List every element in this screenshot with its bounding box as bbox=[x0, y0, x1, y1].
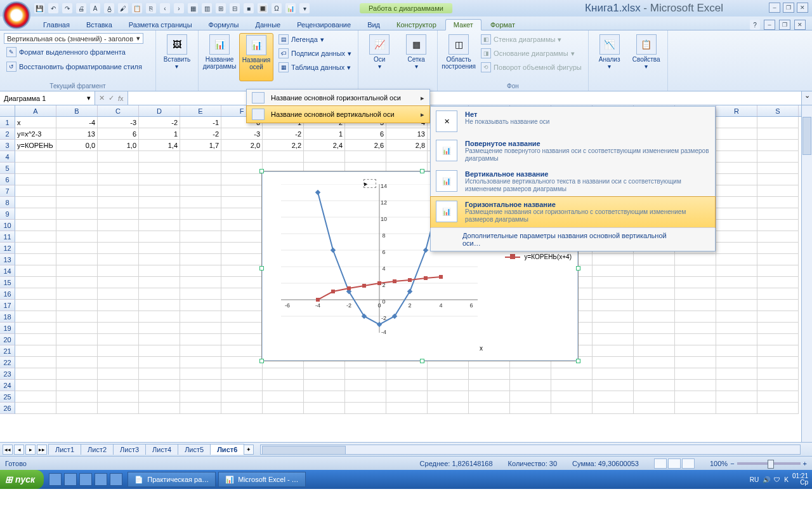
tab-review[interactable]: Рецензирование bbox=[289, 20, 358, 30]
row-header[interactable]: 7 bbox=[0, 185, 15, 197]
row-header[interactable]: 20 bbox=[0, 334, 15, 345]
cell[interactable] bbox=[716, 391, 757, 403]
close-button[interactable]: ✕ bbox=[797, 3, 808, 13]
row-header[interactable]: 17 bbox=[0, 300, 15, 311]
cell[interactable] bbox=[757, 163, 799, 174]
cell[interactable] bbox=[98, 311, 139, 323]
cell[interactable] bbox=[56, 380, 98, 391]
cell[interactable] bbox=[15, 300, 56, 311]
vertical-scrollbar[interactable] bbox=[801, 105, 812, 442]
cell[interactable] bbox=[98, 345, 139, 357]
cell[interactable] bbox=[15, 208, 56, 220]
cell[interactable] bbox=[428, 368, 469, 380]
cell[interactable] bbox=[716, 403, 757, 414]
cell[interactable] bbox=[386, 391, 428, 403]
cell[interactable]: 2,0 bbox=[221, 140, 263, 151]
cell[interactable] bbox=[428, 380, 469, 391]
cell[interactable]: 6 bbox=[98, 128, 139, 140]
column-header[interactable]: E bbox=[180, 105, 221, 116]
cell[interactable] bbox=[304, 151, 345, 163]
tab-home[interactable]: Главная bbox=[36, 20, 77, 30]
cell[interactable] bbox=[263, 391, 304, 403]
tab-page-layout[interactable]: Разметка страницы bbox=[121, 20, 200, 30]
cell[interactable] bbox=[675, 288, 716, 300]
undo-icon[interactable]: ↶ bbox=[48, 3, 58, 13]
cell[interactable] bbox=[675, 334, 716, 345]
cell[interactable] bbox=[56, 311, 98, 323]
cell[interactable]: 2,8 bbox=[386, 140, 428, 151]
column-header[interactable]: D bbox=[139, 105, 180, 116]
row-header[interactable]: 22 bbox=[0, 357, 15, 368]
submenu-more-options[interactable]: Дополнительные параметры названия основн… bbox=[431, 227, 715, 251]
cell[interactable] bbox=[634, 288, 675, 300]
zoom-level[interactable]: 100% bbox=[710, 460, 728, 467]
fx-icon[interactable]: fx bbox=[118, 95, 124, 102]
cell[interactable] bbox=[675, 277, 716, 288]
cell[interactable] bbox=[634, 311, 675, 323]
cell[interactable] bbox=[675, 300, 716, 311]
cell[interactable] bbox=[716, 243, 757, 254]
cell[interactable] bbox=[98, 231, 139, 243]
cell[interactable] bbox=[56, 277, 98, 288]
zoom-out[interactable]: − bbox=[730, 460, 734, 467]
cell[interactable] bbox=[634, 265, 675, 277]
zoom-in[interactable]: + bbox=[803, 460, 807, 467]
column-header[interactable]: B bbox=[56, 105, 98, 116]
data-table-button[interactable]: ▦Таблица данных ▾ bbox=[276, 61, 354, 74]
cell[interactable]: y=x^2-3 bbox=[15, 128, 56, 140]
cell[interactable] bbox=[15, 197, 56, 208]
cell[interactable] bbox=[221, 231, 263, 243]
cell[interactable] bbox=[469, 368, 510, 380]
cell[interactable] bbox=[716, 368, 757, 380]
cell[interactable] bbox=[593, 334, 634, 345]
sheet-tab[interactable]: Лист1 bbox=[48, 444, 81, 455]
cell[interactable] bbox=[757, 197, 799, 208]
cell[interactable] bbox=[716, 151, 757, 163]
cell[interactable] bbox=[510, 368, 551, 380]
qat-icon[interactable]: 🖌 bbox=[118, 3, 128, 13]
cell[interactable] bbox=[180, 368, 221, 380]
cell[interactable] bbox=[15, 243, 56, 254]
row-header[interactable]: 21 bbox=[0, 345, 15, 357]
cell[interactable] bbox=[757, 300, 799, 311]
cell[interactable] bbox=[716, 174, 757, 185]
cell[interactable] bbox=[221, 277, 263, 288]
name-box[interactable]: Диаграмма 1▾ bbox=[0, 91, 95, 105]
cell[interactable]: 0,0 bbox=[56, 140, 98, 151]
submenu-horizontal[interactable]: 📊 Горизонтальное названиеРазмещение назв… bbox=[430, 196, 716, 228]
cell[interactable] bbox=[593, 300, 634, 311]
cell[interactable] bbox=[56, 185, 98, 197]
cell[interactable] bbox=[634, 345, 675, 357]
row-header[interactable]: 2 bbox=[0, 128, 15, 140]
tab-nav-prev[interactable]: ◂ bbox=[14, 444, 24, 455]
cell[interactable] bbox=[593, 380, 634, 391]
cell[interactable] bbox=[304, 380, 345, 391]
row-header[interactable]: 18 bbox=[0, 311, 15, 323]
cell[interactable] bbox=[221, 345, 263, 357]
cell[interactable] bbox=[345, 151, 386, 163]
cell[interactable] bbox=[139, 163, 180, 174]
cell[interactable] bbox=[221, 323, 263, 334]
office-button[interactable] bbox=[3, 1, 30, 29]
cell[interactable]: -3 bbox=[221, 128, 263, 140]
taskbar-item[interactable]: 📊 Microsoft Excel - … bbox=[218, 472, 305, 487]
tab-nav-next[interactable]: ▸ bbox=[25, 444, 36, 455]
cell[interactable] bbox=[15, 151, 56, 163]
cell[interactable] bbox=[15, 368, 56, 380]
cell[interactable] bbox=[675, 391, 716, 403]
cell[interactable] bbox=[551, 368, 593, 380]
cell[interactable] bbox=[757, 403, 799, 414]
cell[interactable] bbox=[716, 300, 757, 311]
cell[interactable] bbox=[221, 185, 263, 197]
view-page-break[interactable] bbox=[682, 458, 695, 469]
cell[interactable] bbox=[304, 391, 345, 403]
sheet-tab[interactable]: Лист5 bbox=[178, 444, 211, 455]
cell[interactable] bbox=[469, 380, 510, 391]
cell[interactable] bbox=[180, 243, 221, 254]
cell[interactable] bbox=[98, 300, 139, 311]
cell[interactable] bbox=[221, 368, 263, 380]
ql-icon[interactable] bbox=[64, 473, 77, 486]
row-header[interactable]: 19 bbox=[0, 323, 15, 334]
cell[interactable] bbox=[593, 403, 634, 414]
column-header[interactable]: A bbox=[15, 105, 56, 116]
